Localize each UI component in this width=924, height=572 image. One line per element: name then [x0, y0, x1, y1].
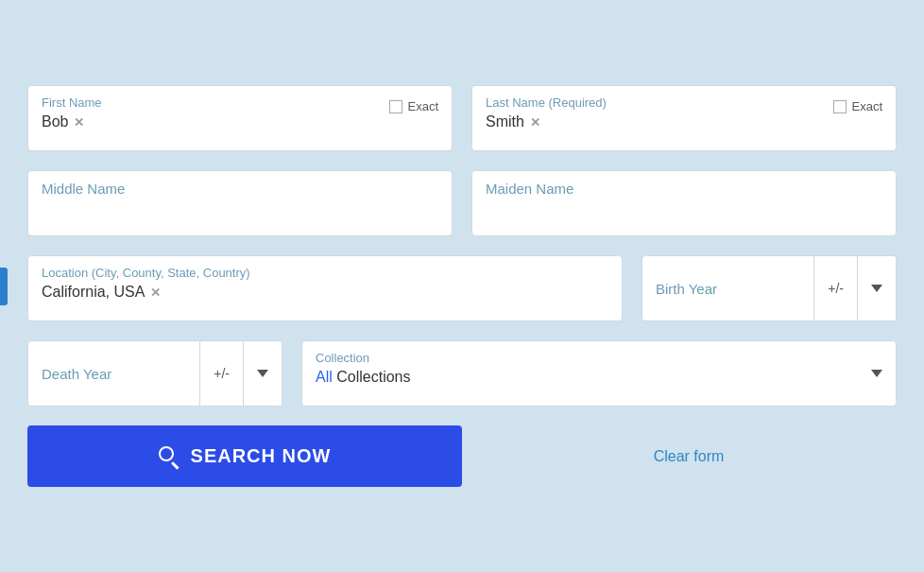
death-year-plus-minus[interactable]: +/-	[199, 341, 243, 406]
action-row: SEARCH NOW Clear form	[27, 425, 897, 487]
first-name-label: First Name	[42, 95, 438, 110]
first-name-field[interactable]: First Name Bob ✕ Exact	[27, 85, 453, 151]
collection-dropdown-btn[interactable]	[871, 370, 882, 377]
location-label: Location (City, County, State, Country)	[42, 266, 608, 280]
collection-field[interactable]: Collection All Collections	[301, 340, 897, 407]
last-name-text: Smith	[486, 113, 524, 130]
birth-year-label: Birth Year	[656, 281, 800, 297]
death-year-label: Death Year	[42, 366, 186, 382]
clear-form-button[interactable]: Clear form	[481, 448, 897, 465]
row-4: Death Year +/- Collection All Collection…	[27, 340, 897, 407]
last-name-value: Smith ✕	[486, 113, 882, 130]
location-clear[interactable]: ✕	[150, 286, 161, 300]
collection-suffix: Collections	[333, 369, 411, 385]
death-year-pm-label: +/-	[214, 366, 230, 381]
birth-year-field[interactable]: Birth Year +/-	[642, 255, 897, 321]
collection-value: All Collections	[316, 369, 882, 386]
first-name-clear[interactable]: ✕	[74, 115, 84, 130]
birth-year-dropdown-arrow	[871, 285, 882, 292]
collection-label: Collection	[316, 351, 882, 365]
last-name-exact-checkbox[interactable]	[833, 100, 847, 113]
row-3: Location (City, County, State, Country) …	[27, 255, 897, 321]
row-1: First Name Bob ✕ Exact Last Name (Requir…	[27, 85, 897, 151]
location-text: California, USA	[42, 284, 145, 301]
location-field[interactable]: Location (City, County, State, Country) …	[27, 255, 623, 321]
death-year-field[interactable]: Death Year +/-	[27, 340, 282, 407]
first-name-text: Bob	[42, 113, 68, 130]
first-name-exact-label: Exact	[407, 99, 438, 113]
search-button[interactable]: SEARCH NOW	[27, 425, 462, 487]
last-name-clear[interactable]: ✕	[530, 115, 540, 130]
middle-name-field[interactable]: Middle Name	[27, 170, 453, 236]
collection-all: All	[316, 369, 333, 385]
last-name-exact-wrapper: Exact	[833, 99, 882, 113]
location-value: California, USA ✕	[42, 284, 608, 301]
search-icon	[159, 446, 180, 467]
first-name-value: Bob ✕	[42, 113, 438, 130]
collection-dropdown-arrow	[871, 370, 882, 377]
birth-year-input-section[interactable]: Birth Year	[642, 256, 813, 321]
last-name-exact-label: Exact	[851, 99, 882, 113]
search-button-label: SEARCH NOW	[191, 445, 332, 467]
death-year-input-section[interactable]: Death Year	[28, 341, 199, 406]
middle-name-placeholder: Middle Name	[42, 181, 125, 197]
birth-year-pm-label: +/-	[828, 281, 844, 296]
left-tab	[0, 268, 8, 305]
row-2: Middle Name Maiden Name	[27, 170, 897, 236]
maiden-name-placeholder: Maiden Name	[486, 181, 573, 197]
maiden-name-field[interactable]: Maiden Name	[471, 170, 897, 236]
death-year-dropdown-btn[interactable]	[243, 341, 282, 406]
death-year-dropdown-arrow	[257, 370, 268, 377]
birth-year-plus-minus[interactable]: +/-	[813, 256, 857, 321]
birth-year-dropdown-btn[interactable]	[857, 256, 896, 321]
last-name-field[interactable]: Last Name (Required) Smith ✕ Exact	[471, 85, 897, 151]
first-name-exact-wrapper: Exact	[389, 99, 438, 113]
form-container: First Name Bob ✕ Exact Last Name (Requir…	[18, 66, 906, 506]
last-name-label: Last Name (Required)	[486, 95, 882, 110]
first-name-exact-checkbox[interactable]	[389, 100, 402, 113]
